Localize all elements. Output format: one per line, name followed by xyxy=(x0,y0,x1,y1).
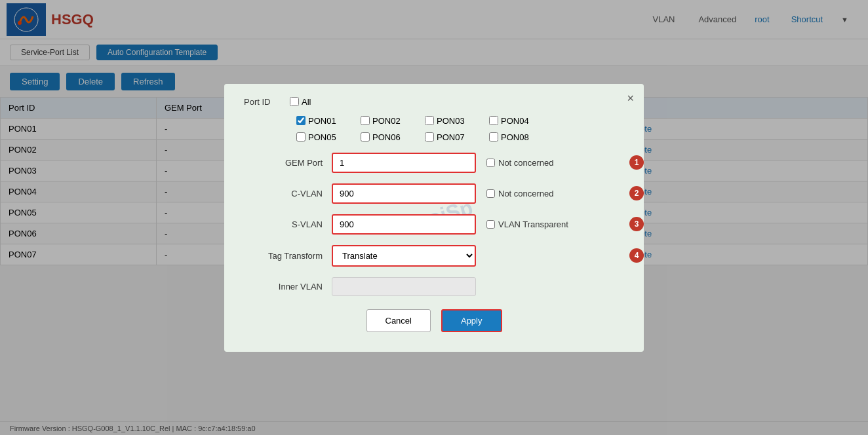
step-4-badge: 4 xyxy=(629,248,644,263)
svlan-row: S-VLAN 3 VLAN Transparent xyxy=(244,214,624,235)
tag-transform-select[interactable]: Translate Add Remove Transparent xyxy=(332,245,476,266)
svlan-vlan-transparent-checkbox[interactable] xyxy=(486,220,495,229)
cvlan-input[interactable] xyxy=(332,183,476,204)
pon04-checkbox[interactable] xyxy=(489,116,498,125)
pon08-label: PON08 xyxy=(501,132,529,142)
pon04-label: PON04 xyxy=(501,116,529,126)
pon03-checkbox[interactable] xyxy=(425,116,434,125)
pon02-label: PON02 xyxy=(372,116,401,126)
pon03-label: PON03 xyxy=(437,116,465,126)
pon03-item: PON03 xyxy=(425,116,484,126)
gem-not-concerned-checkbox[interactable] xyxy=(486,159,495,167)
gem-port-label: GEM Port xyxy=(244,158,323,168)
pon01-label: PON01 xyxy=(308,116,336,126)
pon-checkbox-row-2: PON05 PON06 PON07 PON08 xyxy=(296,132,624,142)
step-2-badge: 2 xyxy=(629,186,644,200)
tag-transform-label: Tag Transform xyxy=(244,251,323,261)
pon06-item: PON06 xyxy=(361,132,420,142)
gem-port-row: GEM Port 1 Not concerned xyxy=(244,153,624,173)
step-1-badge: 1 xyxy=(629,155,644,170)
gem-port-input[interactable] xyxy=(332,153,476,173)
svlan-vlan-transparent-label: VLAN Transparent xyxy=(486,219,568,229)
pon08-item: PON08 xyxy=(489,132,548,142)
all-checkbox-item: All xyxy=(290,97,349,107)
pon02-item: PON02 xyxy=(361,116,420,126)
pon02-checkbox[interactable] xyxy=(361,116,370,125)
modal-dialog: × ForoiSp Port ID All PON01 PON02 PON03 xyxy=(224,84,644,266)
pon05-item: PON05 xyxy=(296,132,355,142)
pon07-label: PON07 xyxy=(437,132,465,142)
port-id-label: Port ID xyxy=(244,97,283,107)
all-checkbox[interactable] xyxy=(290,97,299,106)
step-3-badge: 3 xyxy=(629,217,644,231)
pon01-checkbox[interactable] xyxy=(296,116,306,125)
cvlan-row: C-VLAN 2 Not concerned xyxy=(244,183,624,204)
all-label: All xyxy=(302,97,311,107)
pon06-label: PON06 xyxy=(372,132,401,142)
pon05-checkbox[interactable] xyxy=(296,132,306,142)
tag-transform-row: Tag Transform Translate Add Remove Trans… xyxy=(244,245,624,266)
port-id-row: Port ID All xyxy=(244,97,624,107)
svlan-input[interactable] xyxy=(332,214,476,235)
pon08-checkbox[interactable] xyxy=(489,132,498,142)
pon07-item: PON07 xyxy=(425,132,484,142)
pon01-item: PON01 xyxy=(296,116,355,126)
cvlan-label: C-VLAN xyxy=(244,189,323,199)
gem-not-concerned-label: Not concerned xyxy=(486,158,554,168)
pon07-checkbox[interactable] xyxy=(425,132,434,142)
pon05-label: PON05 xyxy=(308,132,336,142)
cvlan-not-concerned-label: Not concerned xyxy=(486,189,554,199)
pon04-item: PON04 xyxy=(489,116,548,126)
pon-checkbox-row-1: PON01 PON02 PON03 PON04 xyxy=(296,116,624,126)
modal-overlay: × ForoiSp Port ID All PON01 PON02 PON03 xyxy=(0,0,868,265)
modal-close-button[interactable]: × xyxy=(627,92,634,105)
pon06-checkbox[interactable] xyxy=(361,132,370,142)
cvlan-not-concerned-checkbox[interactable] xyxy=(486,189,495,198)
svlan-label: S-VLAN xyxy=(244,219,323,229)
